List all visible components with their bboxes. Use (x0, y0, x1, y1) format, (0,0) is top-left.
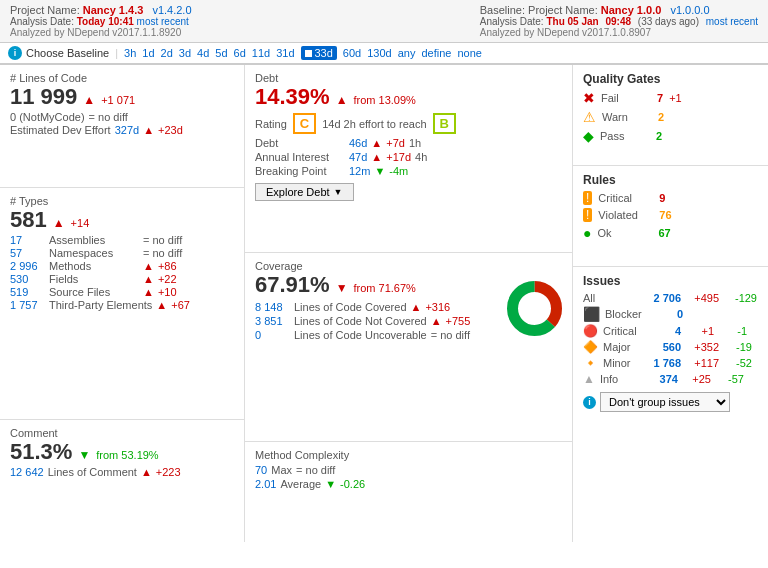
issues-blocker-icon: ⬛ (583, 306, 600, 322)
coverage-uncoverable-value: 0 (255, 329, 290, 341)
time-btn-60d[interactable]: 60d (343, 47, 361, 59)
types-row-namespaces: 57 Namespaces = no diff (10, 247, 234, 259)
types-methods-arrow: ▲ (143, 260, 154, 272)
coverage-pct: 67.91% (255, 272, 330, 298)
loc-deveffort-delta: +23d (158, 124, 183, 136)
time-btn-2d[interactable]: 2d (161, 47, 173, 59)
issues-blocker-count: 0 (653, 308, 683, 320)
time-btn-11d[interactable]: 11d (252, 47, 270, 59)
debt-breaking-arrow: ▼ (374, 165, 385, 177)
analysis-date-left: Analysis Date: Today 10:41 most recent (10, 16, 192, 27)
issues-info-icon: ▲ (583, 372, 595, 386)
project-version: v1.4.2.0 (152, 4, 191, 16)
comment-lines-arrow: ▲ (141, 466, 152, 478)
choose-baseline-label: Choose Baseline (26, 47, 109, 59)
qg-pass-icon: ◆ (583, 128, 594, 144)
comment-lines-value: 12 642 (10, 466, 44, 478)
loc-value-row: 11 999 ▲ +1 071 (10, 84, 234, 110)
issues-critical-label: Critical (603, 325, 648, 337)
types-row-thirdparty: 1 757 Third-Party Elements ▲ +67 (10, 299, 234, 311)
time-btn-130d[interactable]: 130d (367, 47, 391, 59)
issues-minor-icon: 🔸 (583, 356, 598, 370)
issues-row-minor: 🔸 Minor 1 768 +117 -52 (583, 356, 758, 370)
baseline-time: 09:48 (605, 16, 631, 27)
baseline-date: Thu 05 Jan (546, 16, 598, 27)
rules-violated-count: 76 (659, 209, 671, 221)
comment-panel: Comment 51.3% ▼ from 53.19% 12 642 Lines… (0, 420, 244, 542)
debt-rating-c: C (293, 113, 316, 134)
coverage-covered-delta: +316 (425, 301, 450, 313)
baseline-project-name: Nancy 1.0.0 (601, 4, 662, 16)
baseline-version: v1.0.0.0 (670, 4, 709, 16)
time-btn-1d[interactable]: 1d (142, 47, 154, 59)
rules-ok-label: Ok (597, 227, 652, 239)
types-assemblies-diff: = no diff (143, 234, 182, 246)
time-btn-6d[interactable]: 6d (234, 47, 246, 59)
types-title: # Types (10, 195, 234, 207)
issues-all-count: 2 706 (646, 292, 681, 304)
issues-info-delta-down: -57 (714, 373, 744, 385)
coverage-notcovered-label: Lines of Code Not Covered (294, 315, 427, 327)
qg-pass-row: ◆ Pass 2 (583, 128, 758, 144)
time-btn-define[interactable]: define (421, 47, 451, 59)
qg-warn-row: ⚠ Warn 2 (583, 109, 758, 125)
time-btn-any[interactable]: any (398, 47, 416, 59)
time-btn-3d[interactable]: 3d (179, 47, 191, 59)
issues-major-count: 560 (651, 341, 681, 353)
time-btn-5d[interactable]: 5d (215, 47, 227, 59)
explore-debt-arrow-icon: ▼ (334, 187, 343, 197)
debt-panel: Debt 14.39% ▲ from 13.09% Rating C 14d 2… (245, 65, 572, 253)
explore-debt-label: Explore Debt (266, 186, 330, 198)
time-btn-3h[interactable]: 3h (124, 47, 136, 59)
project-label: Project Name: (10, 4, 80, 16)
toolbar: i Choose Baseline | 3h 1d 2d 3d 4d 5d 6d… (0, 43, 768, 64)
issues-minor-delta-down: -52 (722, 357, 752, 369)
method-avg-delta: -0.26 (340, 478, 365, 490)
explore-debt-button[interactable]: Explore Debt ▼ (255, 183, 354, 201)
loc-deveffort-label: Estimated Dev Effort (10, 124, 111, 136)
time-btn-31d[interactable]: 31d (276, 47, 294, 59)
method-max-value: 70 (255, 464, 267, 476)
method-avg-row: 2.01 Average ▼ -0.26 (255, 478, 562, 490)
types-thirdparty-arrow: ▲ (156, 299, 167, 311)
rules-violated-row: ! Violated 76 (583, 208, 758, 222)
choose-baseline-btn[interactable]: i Choose Baseline (8, 46, 109, 60)
types-namespaces-label: Namespaces (49, 247, 139, 259)
types-fields-label: Fields (49, 273, 139, 285)
method-max-row: 70 Max = no diff (255, 464, 562, 476)
analysis-today: Today (77, 16, 106, 27)
baseline-project-info: Baseline: Project Name: Nancy 1.0.0 v1.0… (480, 4, 758, 16)
issues-major-delta-down: -19 (722, 341, 752, 353)
types-methods-delta: +86 (158, 260, 177, 272)
left-column: # Lines of Code 11 999 ▲ +1 071 0 (NotMy… (0, 65, 245, 542)
issues-dropdown-row: i Don't group issues (583, 392, 758, 412)
time-btn-4d[interactable]: 4d (197, 47, 209, 59)
debt-breaking-value: 12m (349, 165, 370, 177)
rules-violated-icon: ! (583, 208, 592, 222)
rules-panel: Rules ! Critical 9 ! Violated 76 ● Ok 67 (573, 166, 768, 267)
qg-warn-icon: ⚠ (583, 109, 596, 125)
lines-of-code-panel: # Lines of Code 11 999 ▲ +1 071 0 (NotMy… (0, 65, 244, 188)
loc-deveffort-value: 327d (115, 124, 139, 136)
time-btn-none[interactable]: none (457, 47, 481, 59)
types-sourcefiles-arrow: ▲ (143, 286, 154, 298)
issues-all-delta-up: +495 (684, 292, 719, 304)
issues-row-critical: 🔴 Critical 4 +1 -1 (583, 324, 758, 338)
types-namespaces-value: 57 (10, 247, 45, 259)
types-fields-delta: +22 (158, 273, 177, 285)
analysis-label-right: Analysis Date: (480, 16, 544, 27)
issues-critical-count: 4 (651, 325, 681, 337)
header: Project Name: Nancy 1.4.3 v1.4.2.0 Analy… (0, 0, 768, 43)
issues-critical-delta-down: -1 (717, 325, 747, 337)
issues-major-label: Major (603, 341, 648, 353)
debt-arrow-up: ▲ (336, 93, 348, 107)
debt-breaking-row: Breaking Point 12m ▼ -4m (255, 165, 562, 177)
coverage-notcovered-value: 3 851 (255, 315, 290, 327)
debt-debt-row: Debt 46d ▲ +7d 1h (255, 137, 562, 149)
issues-group-dropdown[interactable]: Don't group issues (600, 392, 730, 412)
debt-breaking-delta: -4m (389, 165, 408, 177)
middle-column: Debt 14.39% ▲ from 13.09% Rating C 14d 2… (245, 65, 573, 542)
method-complexity-title: Method Complexity (255, 449, 562, 461)
time-btn-33d[interactable]: 33d (301, 46, 337, 60)
rules-violated-label: Violated (598, 209, 653, 221)
